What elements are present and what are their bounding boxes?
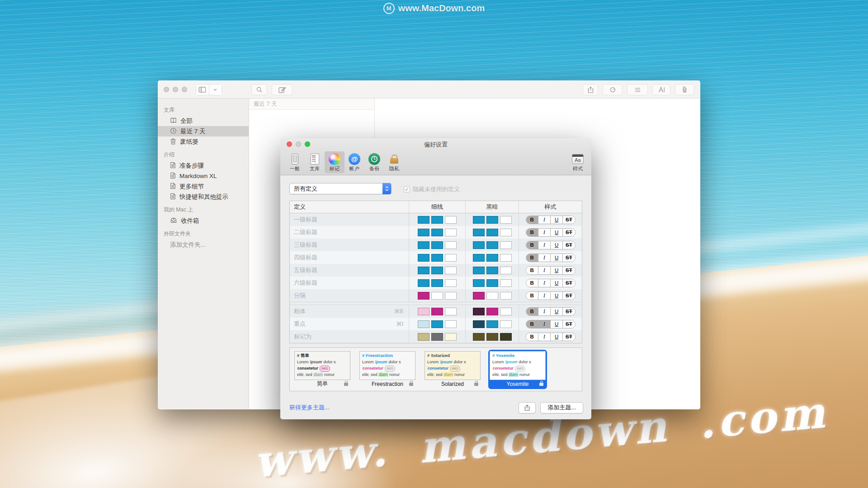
sidebar-item[interactable]: 更多细节 — [158, 181, 249, 192]
definitions-dropdown[interactable]: 所有定义 — [289, 183, 392, 194]
color-swatch[interactable] — [473, 308, 485, 315]
color-swatch[interactable] — [431, 320, 443, 328]
style-button-u[interactable]: U — [551, 308, 563, 315]
zoom-button[interactable] — [305, 141, 310, 147]
style-button-i[interactable]: I — [538, 254, 551, 262]
color-swatch[interactable] — [445, 254, 457, 262]
style-button-u[interactable]: U — [551, 333, 563, 341]
theme-card[interactable]: # YosemiteLorem ''ipsum'' dolor s''conse… — [488, 350, 547, 389]
list-view-button[interactable] — [627, 84, 648, 95]
color-swatch[interactable] — [418, 292, 429, 300]
color-swatch[interactable] — [486, 308, 498, 315]
style-button-i[interactable]: I — [538, 241, 551, 249]
minimize-button[interactable] — [296, 141, 301, 147]
sidebar-toggle-group[interactable] — [196, 84, 222, 95]
style-button-b[interactable]: B — [526, 229, 538, 236]
style-button-u[interactable]: U — [551, 279, 563, 287]
color-swatch[interactable] — [500, 333, 512, 341]
minimize-button[interactable] — [173, 87, 178, 92]
style-button-u[interactable]: U — [551, 320, 563, 328]
search-button[interactable] — [251, 84, 267, 95]
tab-general[interactable]: 一般 — [285, 151, 305, 173]
close-button[interactable] — [164, 87, 169, 92]
sidebar-toggle-icon[interactable] — [196, 84, 209, 95]
color-swatch[interactable] — [473, 229, 485, 236]
color-swatch[interactable] — [418, 229, 429, 236]
tab-style[interactable]: Aa 样式 — [568, 151, 588, 173]
zoom-button[interactable] — [182, 87, 187, 92]
color-swatch[interactable] — [431, 267, 443, 274]
color-swatch[interactable] — [418, 308, 429, 315]
color-swatch[interactable] — [431, 241, 443, 249]
style-button-b[interactable]: B — [526, 279, 538, 287]
style-button-i[interactable]: I — [538, 279, 551, 287]
sidebar-item[interactable]: 废纸篓 — [158, 136, 249, 147]
color-swatch[interactable] — [473, 292, 485, 300]
stats-button[interactable] — [603, 84, 623, 95]
tab-privacy[interactable]: 隐私 — [384, 151, 404, 173]
style-button-b[interactable]: B — [526, 308, 538, 315]
color-swatch[interactable] — [500, 216, 512, 224]
close-button[interactable] — [287, 141, 292, 147]
sidebar-item[interactable]: 全部 — [158, 116, 249, 126]
compose-button[interactable] — [272, 84, 292, 95]
theme-card[interactable]: # FreestractionLorem ''ipsum'' dolor s''… — [358, 350, 417, 389]
share-button[interactable] — [583, 84, 598, 95]
style-button-i[interactable]: I — [538, 216, 551, 224]
color-swatch[interactable] — [500, 292, 512, 300]
hide-unused-checkbox[interactable]: ✓ — [404, 186, 410, 192]
color-swatch[interactable] — [486, 241, 498, 249]
color-swatch[interactable] — [486, 333, 498, 341]
tab-accounts[interactable]: @ 帐户 — [344, 151, 364, 173]
style-button-b[interactable]: B — [526, 216, 538, 224]
style-button-i[interactable]: I — [538, 333, 551, 341]
theme-card[interactable]: # SolarizedLorem ''ipsum'' dolor s''cons… — [423, 350, 482, 389]
style-button-st[interactable]: ST — [563, 267, 575, 274]
color-swatch[interactable] — [500, 308, 512, 315]
color-swatch[interactable] — [486, 229, 498, 236]
color-swatch[interactable] — [473, 333, 485, 341]
add-theme-button[interactable]: 添加主题... — [540, 402, 583, 413]
color-swatch[interactable] — [445, 267, 457, 274]
color-swatch[interactable] — [500, 229, 512, 236]
style-button-st[interactable]: ST — [563, 279, 575, 287]
color-swatch[interactable] — [431, 333, 443, 341]
color-swatch[interactable] — [486, 254, 498, 262]
style-button-u[interactable]: U — [551, 292, 563, 300]
color-swatch[interactable] — [500, 241, 512, 249]
color-swatch[interactable] — [473, 254, 485, 262]
color-swatch[interactable] — [445, 292, 457, 300]
style-button-i[interactable]: I — [538, 320, 551, 328]
style-button-u[interactable]: U — [551, 241, 563, 249]
color-swatch[interactable] — [500, 267, 512, 274]
style-button-b[interactable]: B — [526, 333, 538, 341]
style-button-st[interactable]: ST — [563, 320, 575, 328]
sidebar-item[interactable]: 快捷键和其他提示 — [158, 192, 249, 202]
sidebar-item[interactable]: Markdown XL — [158, 171, 249, 181]
color-swatch[interactable] — [418, 333, 429, 341]
style-button-u[interactable]: U — [551, 267, 563, 274]
style-button-b[interactable]: B — [526, 254, 538, 262]
color-swatch[interactable] — [486, 279, 498, 287]
style-button-i[interactable]: I — [538, 308, 551, 315]
color-swatch[interactable] — [418, 241, 429, 249]
style-button-i[interactable]: I — [538, 267, 551, 274]
style-button-u[interactable]: U — [551, 229, 563, 236]
color-swatch[interactable] — [418, 254, 429, 262]
style-button-b[interactable]: B — [526, 267, 538, 274]
get-more-themes-link[interactable]: 获得更多主题... — [289, 404, 330, 412]
color-swatch[interactable] — [473, 279, 485, 287]
style-button-i[interactable]: I — [538, 292, 551, 300]
tab-markup[interactable]: 标记 — [325, 151, 344, 173]
color-swatch[interactable] — [486, 292, 498, 300]
tab-backup[interactable]: 备份 — [364, 151, 384, 173]
color-swatch[interactable] — [500, 279, 512, 287]
sidebar-item[interactable]: 收件箱 — [158, 216, 249, 226]
style-button-st[interactable]: ST — [563, 308, 575, 315]
attachments-button[interactable] — [675, 84, 694, 95]
color-swatch[interactable] — [431, 292, 443, 300]
style-button-st[interactable]: ST — [563, 333, 575, 341]
color-swatch[interactable] — [418, 279, 429, 287]
sidebar-item[interactable]: 最近 7 天 — [158, 126, 249, 136]
color-swatch[interactable] — [445, 279, 457, 287]
